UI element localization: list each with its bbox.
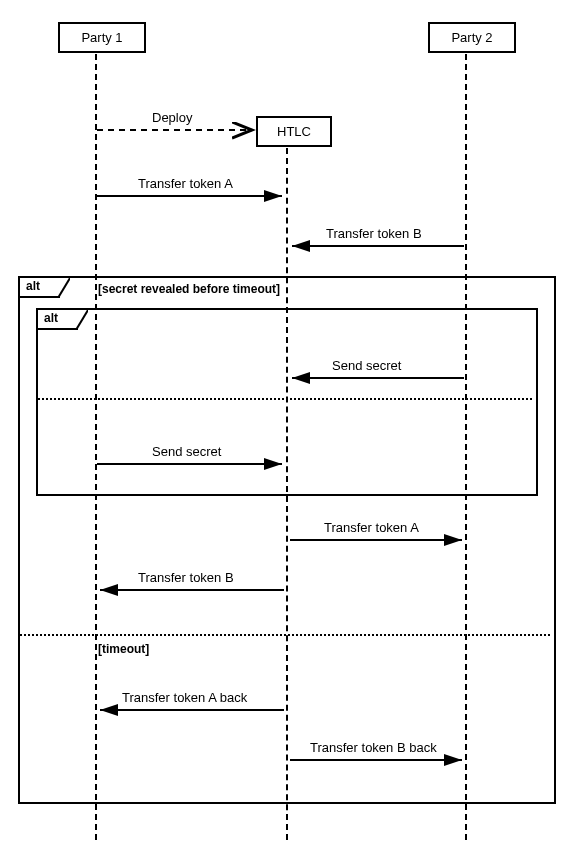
participant-label: HTLC bbox=[277, 124, 311, 139]
alt-frame-inner: alt bbox=[36, 308, 538, 496]
guard-secret-revealed: [secret revealed before timeout] bbox=[98, 282, 280, 296]
alt-label-text: alt bbox=[26, 279, 40, 293]
alt-label-text: alt bbox=[44, 311, 58, 325]
msg-deploy: Deploy bbox=[152, 110, 192, 125]
msg-send-secret-p2: Send secret bbox=[332, 358, 401, 373]
participant-label: Party 1 bbox=[81, 30, 122, 45]
divider-inner-alt bbox=[38, 398, 532, 400]
sequence-diagram: Party 1 HTLC Party 2 alt [secret reveale… bbox=[0, 0, 573, 843]
participant-party2: Party 2 bbox=[428, 22, 516, 53]
msg-transfer-b-out: Transfer token B bbox=[138, 570, 234, 585]
guard-timeout: [timeout] bbox=[98, 642, 149, 656]
msg-transfer-b-back: Transfer token B back bbox=[310, 740, 437, 755]
msg-send-secret-p1: Send secret bbox=[152, 444, 221, 459]
alt-label-inner: alt bbox=[38, 310, 78, 330]
divider-outer-alt bbox=[20, 634, 550, 636]
participant-party1: Party 1 bbox=[58, 22, 146, 53]
alt-label-outer: alt bbox=[20, 278, 60, 298]
msg-transfer-a-back: Transfer token A back bbox=[122, 690, 247, 705]
msg-transfer-a-out: Transfer token A bbox=[324, 520, 419, 535]
participant-label: Party 2 bbox=[451, 30, 492, 45]
participant-htlc: HTLC bbox=[256, 116, 332, 147]
msg-transfer-b: Transfer token B bbox=[326, 226, 422, 241]
msg-transfer-a: Transfer token A bbox=[138, 176, 233, 191]
